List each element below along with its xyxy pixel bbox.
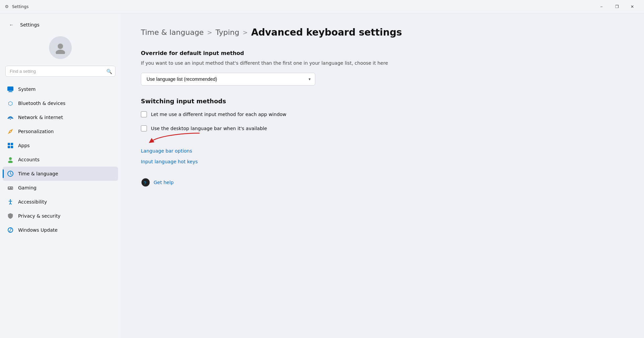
minimize-button[interactable]: − <box>594 1 609 12</box>
sidebar-item-system[interactable]: System <box>3 82 118 96</box>
sidebar-item-windows-update[interactable]: Windows Update <box>3 223 118 237</box>
sidebar-item-privacy-security[interactable]: Privacy & security <box>3 209 118 223</box>
get-help-row: ? Get help <box>141 178 624 187</box>
sidebar-item-apps[interactable]: Apps <box>3 138 118 153</box>
search-box[interactable]: 🔍 <box>5 66 115 77</box>
sidebar-app-title: Settings <box>20 22 39 27</box>
search-icon: 🔍 <box>106 69 112 74</box>
sidebar-label-privacy-security: Privacy & security <box>18 213 60 219</box>
input-method-dropdown-wrapper: Use language list (recommended) ▾ <box>141 73 315 86</box>
sidebar-item-time-language[interactable]: Time & language <box>3 167 118 181</box>
svg-point-5 <box>10 119 11 120</box>
system-icon <box>7 86 14 93</box>
svg-rect-9 <box>8 146 10 148</box>
privacy-security-icon <box>7 212 14 220</box>
svg-rect-4 <box>8 92 12 92</box>
svg-point-17 <box>11 187 12 188</box>
close-button[interactable]: ✕ <box>625 1 640 12</box>
override-title: Override for default input method <box>141 50 624 56</box>
switching-section: Switching input methods Let me use a dif… <box>141 98 624 164</box>
breadcrumb-separator2: > <box>243 29 248 36</box>
back-button[interactable]: ← <box>7 20 16 30</box>
svg-point-6 <box>10 131 11 132</box>
input-language-hotkeys-link[interactable]: Input language hot keys <box>141 159 624 164</box>
checkbox-desktop-language-bar[interactable] <box>141 125 147 131</box>
sidebar-label-personalization: Personalization <box>18 129 54 134</box>
nav-list: System ⬡ Bluetooth & devices Network & i… <box>0 81 121 238</box>
accessibility-icon <box>7 198 14 206</box>
override-desc: If you want to use an input method that'… <box>141 60 624 67</box>
sidebar-label-accessibility: Accessibility <box>18 199 47 205</box>
gaming-icon <box>7 184 14 191</box>
checkbox-label-1: Let me use a different input method for … <box>151 112 286 117</box>
sidebar-label-time-language: Time & language <box>18 171 58 176</box>
sidebar-label-gaming: Gaming <box>18 185 37 190</box>
svg-point-0 <box>58 44 63 49</box>
sidebar-item-network[interactable]: Network & internet <box>3 110 118 124</box>
svg-point-19 <box>10 199 11 200</box>
apps-icon <box>7 142 14 149</box>
svg-rect-2 <box>7 87 13 91</box>
search-input[interactable] <box>5 66 115 77</box>
windows-update-icon <box>7 226 14 234</box>
svg-rect-16 <box>9 187 10 188</box>
titlebar-title: Settings <box>12 4 591 9</box>
svg-point-1 <box>56 50 65 54</box>
sidebar-item-bluetooth[interactable]: ⬡ Bluetooth & devices <box>3 96 118 110</box>
svg-rect-7 <box>8 143 10 145</box>
input-method-dropdown[interactable]: Use language list (recommended) <box>141 73 315 86</box>
help-icon: ? <box>141 178 150 187</box>
svg-point-11 <box>9 157 12 160</box>
breadcrumb: Time & language > Typing > Advanced keyb… <box>141 27 624 38</box>
svg-text:?: ? <box>144 180 146 186</box>
sidebar-label-network: Network & internet <box>18 115 63 120</box>
breadcrumb-current: Advanced keyboard settings <box>251 27 402 38</box>
switching-title: Switching input methods <box>141 98 624 105</box>
checkbox-row-1: Let me use a different input method for … <box>141 111 624 117</box>
sidebar-item-personalization[interactable]: Personalization <box>3 124 118 138</box>
sidebar: ← Settings 🔍 <box>0 13 121 338</box>
main-content: Time & language > Typing > Advanced keyb… <box>121 13 644 338</box>
sidebar-label-bluetooth: Bluetooth & devices <box>18 101 65 106</box>
annotation-arrow <box>148 131 201 145</box>
network-icon <box>7 114 14 121</box>
svg-rect-10 <box>11 146 13 148</box>
language-bar-options-link[interactable]: Language bar options <box>141 148 624 154</box>
svg-point-18 <box>12 188 13 188</box>
checkbox-different-input[interactable] <box>141 111 147 117</box>
breadcrumb-separator1: > <box>207 29 212 36</box>
sidebar-label-apps: Apps <box>18 143 30 148</box>
breadcrumb-part2[interactable]: Typing <box>216 28 239 37</box>
accounts-icon <box>7 156 14 163</box>
sidebar-label-windows-update: Windows Update <box>18 227 58 233</box>
avatar-section <box>0 33 121 66</box>
personalization-icon <box>7 128 14 135</box>
svg-point-12 <box>8 161 13 163</box>
checkbox-row-2: Use the desktop language bar when it's a… <box>141 125 624 131</box>
sidebar-label-accounts: Accounts <box>18 157 40 162</box>
checkbox-label-2: Use the desktop language bar when it's a… <box>151 126 267 131</box>
titlebar: ⚙ Settings − ❐ ✕ <box>0 0 644 13</box>
sidebar-item-gaming[interactable]: Gaming <box>3 181 118 195</box>
maximize-button[interactable]: ❐ <box>609 1 625 12</box>
bluetooth-icon: ⬡ <box>7 100 14 107</box>
time-language-icon <box>7 170 14 177</box>
window-controls: − ❐ ✕ <box>594 1 640 12</box>
avatar <box>49 36 72 59</box>
override-section: Override for default input method If you… <box>141 50 624 86</box>
sidebar-header: ← Settings <box>0 13 121 33</box>
sidebar-item-accessibility[interactable]: Accessibility <box>3 195 118 209</box>
sidebar-label-system: System <box>18 87 36 92</box>
get-help-link[interactable]: Get help <box>154 180 174 185</box>
main-window: ← Settings 🔍 <box>0 13 644 338</box>
sidebar-item-accounts[interactable]: Accounts <box>3 153 118 167</box>
settings-icon: ⚙ <box>4 4 9 9</box>
svg-line-23 <box>10 203 11 205</box>
svg-rect-8 <box>11 143 13 145</box>
arrow-annotation <box>141 134 624 146</box>
breadcrumb-part1[interactable]: Time & language <box>141 28 204 37</box>
